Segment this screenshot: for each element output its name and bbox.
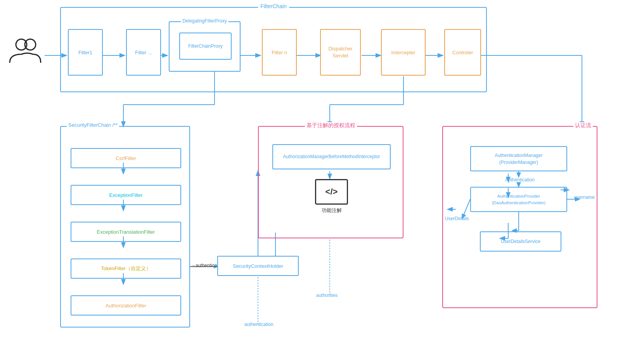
authorization-filter-box: AuthorizationFilter xyxy=(71,295,181,315)
delegating-proxy-label: DelegatingFilterProxy xyxy=(181,18,229,24)
svg-line-38 xyxy=(462,199,470,218)
exception-filter-box: ExceptionFilter xyxy=(71,185,181,205)
filter2-box: Filter ... xyxy=(126,29,161,76)
user-details-service-label: UserDetailsService xyxy=(501,239,540,244)
dispatcher-servlet-box: DispatcherServlet xyxy=(320,29,361,76)
filter-chain-proxy-label: FilterChainProxy xyxy=(188,43,223,49)
authorities-label: authorities xyxy=(316,293,338,298)
user-icon xyxy=(8,35,43,66)
intercepter-label: Intercepter xyxy=(391,50,415,55)
filter-n-box: Filter n xyxy=(262,29,297,76)
filter1-label: Filter1 xyxy=(78,50,92,55)
intercepter-box: Intercepter xyxy=(381,29,426,76)
security-context-holder-label: SecurityContextHolder xyxy=(233,263,283,269)
token-filter-label: TokenFilter（自定义） xyxy=(101,265,151,272)
csrf-filter-label: CsrfFilter xyxy=(116,155,136,161)
authentication-provider-box: AuthenticationProvider(DaoAuthentication… xyxy=(470,187,567,212)
filter2-label: Filter ... xyxy=(135,50,152,55)
auth-flow-label: 认证流 xyxy=(573,122,593,129)
exception-translation-label: ExceptionTranslationFilter xyxy=(97,229,155,235)
authentication-provider-label: AuthenticationProvider(DaoAuthentication… xyxy=(492,193,545,206)
security-filter-chain-label: SecurityFilterChain /** xyxy=(67,122,119,128)
user-details-service-box: UserDetailsService xyxy=(480,231,561,252)
controller-box: Controler xyxy=(444,29,481,76)
annotation-box-label: 基于注解的授权流程 xyxy=(305,122,357,129)
delegating-filter-proxy-box: DelegatingFilterProxy FilterChainProxy xyxy=(169,21,241,72)
filterchain-label: FilterChain xyxy=(258,3,289,9)
code-bracket-icon: </> xyxy=(315,179,348,205)
user-details-label: UserDetails xyxy=(445,216,469,221)
authentication-bottom-label: authentication xyxy=(244,322,274,327)
csrf-filter-box: CsrfFilter xyxy=(71,148,181,168)
controller-label: Controler xyxy=(452,50,473,55)
filter-chain-proxy-box: FilterChainProxy xyxy=(179,33,232,60)
authentication-manager-box: AuthenticationManager(ProviderManager) xyxy=(470,146,567,171)
authorization-filter-label: AuthorizationFilter xyxy=(106,303,146,309)
exception-translation-filter-box: ExceptionTranslationFilter xyxy=(71,222,181,242)
auth-flow-box: 认证流 AuthenticationManager(ProviderManage… xyxy=(442,126,597,308)
filter1-box: Filter1 xyxy=(68,29,103,76)
security-filter-chain-box: SecurityFilterChain /** CsrfFilter Excep… xyxy=(60,126,190,328)
code-annotation-icon: </> 功能注解 xyxy=(309,179,354,214)
authentication-flow-label: Authentication xyxy=(505,177,535,183)
username-label: username xyxy=(574,195,595,200)
exception-filter-label: ExceptionFilter xyxy=(109,192,143,198)
dispatcher-servlet-label: DispatcherServlet xyxy=(328,45,352,59)
authorization-manager-interceptor-label: AuthorizationManagerBeforeMethodIntercep… xyxy=(283,153,380,160)
token-filter-box: TokenFilter（自定义） xyxy=(71,259,181,279)
authentication-manager-label: AuthenticationManager(ProviderManager) xyxy=(495,152,542,166)
annotation-auth-box: 基于注解的授权流程 AuthorizationManagerBeforeMeth… xyxy=(258,126,403,238)
filter-n-label: Filter n xyxy=(272,50,287,55)
code-annotation-label: 功能注解 xyxy=(322,207,342,214)
security-context-holder-box: SecurityContextHolder xyxy=(217,256,299,276)
authorization-manager-interceptor-box: AuthorizationManagerBeforeMethodIntercep… xyxy=(272,144,391,169)
